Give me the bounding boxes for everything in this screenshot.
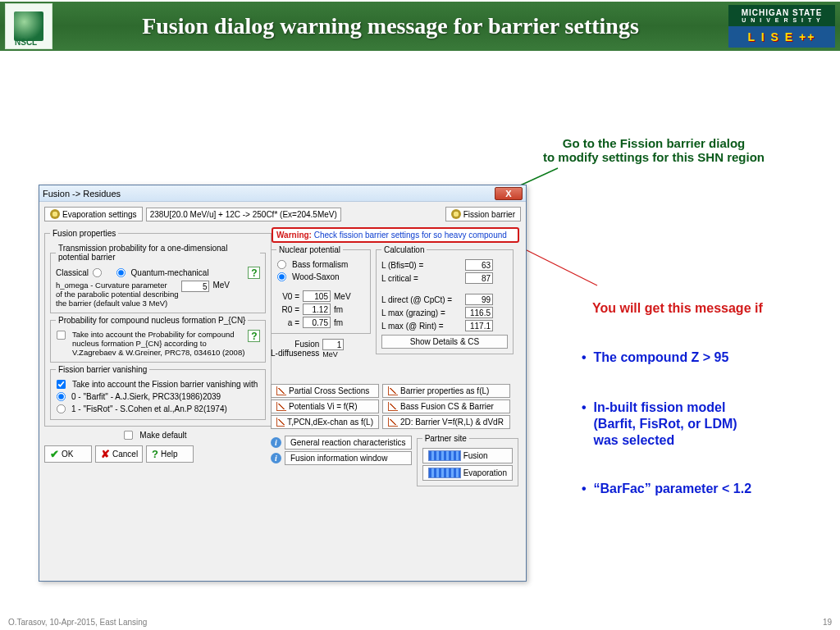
pcn-l3: V.Zagrebaev & W.Greiner, PRC78, 034610 (… [72, 348, 244, 357]
calculation-group: Calculation L (Bfis=0) =63 L critical =8… [376, 245, 514, 354]
bullet-2-l3: was selected [594, 433, 675, 447]
lcrit-value: 87 [465, 272, 493, 284]
mev-unit: MeV [334, 292, 351, 301]
ldiff-l2: L-diffuseness [271, 349, 319, 358]
evaporation-settings-button[interactable]: Evaporation settings [44, 207, 143, 221]
partner-legend: Partner site [422, 434, 469, 443]
bullet-1-text: The compound Z > 95 [594, 350, 729, 364]
barrier-properties-button[interactable]: Barrier properties as f(L) [382, 384, 510, 398]
close-icon: ✘ [101, 448, 110, 460]
lrint-label: L max (@ Rint) = [381, 322, 462, 331]
potentials-label: Potentials Vi = f(R) [289, 402, 357, 411]
partner-evap-label: Evaporation [463, 468, 507, 477]
dialog-titlebar: Fusion -> Residues X [39, 185, 526, 202]
annotation-goto-l1: Go to the Fission barrier dialog [523, 136, 785, 150]
bass-radio[interactable] [277, 260, 286, 269]
chart-icon [388, 402, 398, 411]
bullet-dot-icon: • [582, 482, 594, 495]
general-reaction-button[interactable]: General reaction characteristics [285, 436, 412, 450]
tpcn-button[interactable]: T,PCN,dEx-chan as f(L) [271, 415, 379, 429]
tpcn-label: T,PCN,dEx-chan as f(L) [287, 418, 373, 427]
info-icon: i [271, 437, 281, 448]
ok-button[interactable]: ✔OK [44, 445, 92, 463]
classical-radio[interactable] [93, 268, 102, 277]
partial-cs-button[interactable]: Partial Cross Sections [271, 384, 379, 398]
close-button[interactable]: X [495, 187, 523, 200]
r0-label: R0 = [276, 305, 299, 314]
nucpot-legend: Nuclear potential [276, 245, 343, 254]
fbv-opt1-label: 1 - "FisRot" - S.Cohen et al.,An.P 82(19… [71, 404, 227, 413]
r0-input[interactable]: 1.12 [303, 304, 331, 315]
help-icon[interactable]: ? [248, 267, 260, 279]
a-input[interactable]: 0.75 [303, 317, 331, 328]
potentials-button[interactable]: Potentials Vi = f(R) [271, 399, 379, 413]
fission-barrier-button[interactable]: Fission barrier [445, 207, 521, 221]
pcn-l1: Take into account the Probability for co… [72, 330, 244, 339]
lbfis-value: 63 [465, 259, 493, 271]
homega-l3: the barrier (default value 3 MeV) [56, 299, 178, 308]
homega-l2: of the parabolic potential describing [56, 290, 178, 299]
lise-text: L I S E ++ [748, 30, 816, 43]
msu-badge: MICHIGAN STATE U N I V E R S I T Y [728, 5, 835, 26]
show-details-button[interactable]: Show Details & CS [381, 335, 508, 349]
barprop-label: Barrier properties as f(L) [400, 386, 489, 395]
quantum-radio[interactable] [116, 268, 126, 277]
lgraz-value: 116.5 [465, 307, 493, 318]
partner-fusion-button[interactable]: Fusion [422, 448, 513, 463]
ldiff-l1: Fusion [271, 340, 319, 349]
help-button[interactable]: ?Help [146, 445, 194, 463]
partner-evaporation-button[interactable]: Evaporation [422, 465, 513, 481]
gear-icon [451, 209, 461, 219]
chart-icon [276, 418, 285, 427]
partner-site-group: Partner site Fusion Evaporation [417, 434, 518, 486]
bullet-2-l1: In-built fission model [594, 400, 726, 414]
cancel-button[interactable]: ✘Cancel [95, 445, 143, 463]
dialog-toolbar: Evaporation settings 238U[20.0 MeV/u] + … [44, 207, 521, 221]
lbfis-label: L (Bfis=0) = [381, 261, 462, 270]
fusion-info-button[interactable]: Fusion information window [285, 451, 412, 465]
2d-barrier-button[interactable]: 2D: Barrier V=f(R,L) & dVdR [382, 415, 510, 429]
quantum-label: Quantum-mechanical [131, 268, 209, 277]
lcrit-label: L critical = [381, 274, 462, 283]
bass-fusion-button[interactable]: Bass Fusion CS & Barrier [382, 399, 510, 413]
ws-radio[interactable] [277, 272, 286, 281]
annotation-msg-heading: You will get this message if [592, 301, 763, 316]
chart-icon [276, 402, 286, 411]
bassfus-label: Bass Fusion CS & Barrier [400, 402, 494, 411]
dialog-action-row: ✔OK ✘Cancel ?Help [44, 445, 266, 463]
ldiff-input[interactable]: 1 [322, 339, 344, 350]
fbv-chk-label: Take into account the Fission barrier va… [72, 380, 258, 389]
lgraz-label: L max (grazing) = [381, 308, 462, 317]
bass-label: Bass formalism [292, 260, 348, 269]
fbv-opt0-radio[interactable] [57, 392, 66, 401]
pcn-legend: Probability for compound nucleus formati… [56, 316, 248, 325]
lise-badge: L I S E ++ [728, 26, 835, 48]
pcn-checkbox[interactable] [57, 331, 66, 340]
pcn-group: Probability for compound nucleus formati… [50, 316, 266, 363]
fbv-checkbox[interactable] [57, 380, 66, 389]
bullet-dot-icon: • [582, 350, 594, 364]
ldir-label: L direct (@ CpCt) = [381, 295, 462, 304]
fbv-opt1-radio[interactable] [57, 404, 66, 413]
calc-legend: Calculation [381, 245, 427, 254]
question-icon: ? [152, 448, 158, 460]
fbv-opt0-label: 0 - "Barfit" - A.J.Sierk, PRC33(1986)203… [71, 392, 221, 401]
bullet-2-l2: (Barfit, FisRot, or LDM) [594, 417, 737, 431]
help-label: Help [161, 450, 178, 459]
msu-text: MICHIGAN STATE [742, 8, 823, 17]
bullet-1: • The compound Z > 95 [582, 350, 728, 365]
bullet-2: • In-built fission model • (Barfit, FisR… [582, 399, 737, 449]
chart-icon [276, 386, 286, 395]
v0-input[interactable]: 105 [303, 290, 331, 302]
fbv-legend: Fission barrier vanishing [56, 365, 149, 374]
nuclear-potential-group: Nuclear potential Bass formalism Wood-Sa… [271, 245, 371, 334]
make-default-checkbox[interactable] [124, 431, 133, 440]
homega-input[interactable]: 5 [181, 281, 209, 292]
bullet-3-text: “BarFac” parameter < 1.2 [594, 482, 752, 495]
transmission-probability-group: Transmission probability for a one-dimen… [50, 244, 266, 313]
chart-icon [388, 386, 398, 395]
msu-subtext: U N I V E R S I T Y [742, 17, 821, 23]
help-icon[interactable]: ? [248, 330, 260, 342]
twod-label: 2D: Barrier V=f(R,L) & dVdR [400, 418, 504, 427]
gear-icon [50, 209, 60, 219]
